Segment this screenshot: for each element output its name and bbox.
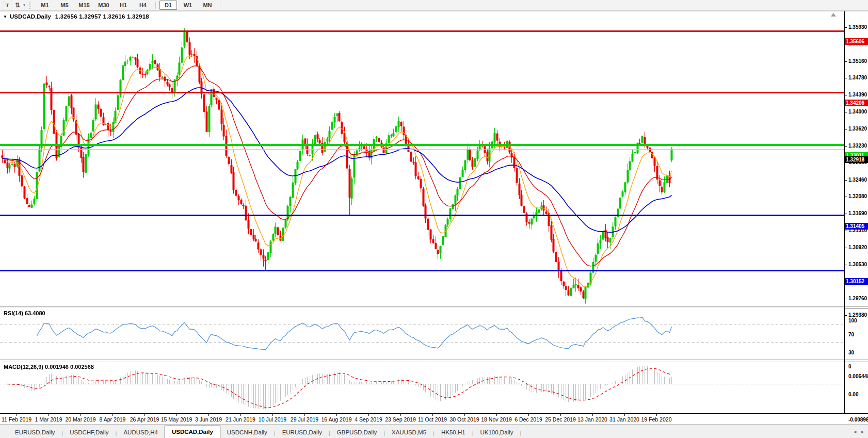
- tab-separator: |: [520, 430, 521, 436]
- price-tick-label: 1.34000: [848, 109, 868, 115]
- price-tick-mark: [845, 248, 847, 248]
- time-axis-label: 18 Nov 2019: [481, 416, 512, 423]
- time-tick-mark: [336, 414, 337, 416]
- chart-tab-xauusd-m5[interactable]: XAUUSD,M5: [385, 427, 433, 437]
- timeframe-button-m30[interactable]: M30: [95, 1, 112, 10]
- chart-tab-audusd-h4[interactable]: AUDUSD,H4: [117, 427, 164, 437]
- price-chart-canvas[interactable]: [0, 12, 844, 306]
- timeframe-button-d1[interactable]: D1: [159, 1, 177, 10]
- chart-tab-eurusd-daily[interactable]: EURUSD,Daily: [8, 427, 61, 437]
- price-axis-border: [844, 11, 845, 413]
- time-axis-label: 31 Jan 2020: [609, 416, 639, 423]
- macd-panel-canvas[interactable]: [0, 362, 844, 413]
- time-axis-label: 4 Sep 2019: [355, 416, 382, 423]
- top-toolbar: T ⇅ ▼ M1M5M15M30H1H4D1W1MN: [0, 0, 868, 11]
- time-tick-mark: [17, 414, 17, 416]
- hline-price-label: 1.31405: [845, 223, 868, 230]
- rsi-tick-label: 100: [848, 318, 857, 323]
- time-tick-mark: [81, 414, 81, 416]
- time-tick-mark: [432, 414, 433, 416]
- macd-tick-label: 0.00: [848, 392, 858, 397]
- time-tick-mark: [208, 414, 209, 416]
- time-axis-label: 23 Sep 2019: [385, 416, 416, 423]
- chart-tab-uk100-daily[interactable]: UK100,Daily: [474, 427, 520, 437]
- time-axis-label: 26 Apr 2019: [130, 416, 159, 423]
- text-tool-button[interactable]: T: [2, 1, 12, 9]
- timeframe-button-group: M1M5M15M30H1H4D1W1MN: [35, 1, 223, 10]
- time-axis-label: 29 Jul 2019: [291, 416, 318, 423]
- timeframe-button-h1[interactable]: H1: [115, 1, 132, 10]
- time-axis-label: 25 Dec 2019: [545, 416, 576, 423]
- time-axis-label: 16 Aug 2019: [322, 416, 352, 423]
- time-axis-label: 19 Feb 2020: [641, 416, 672, 423]
- time-tick-mark: [176, 414, 177, 416]
- chart-tab-eurusd-daily[interactable]: EURUSD,Daily: [276, 427, 329, 437]
- timeframe-button-mn[interactable]: MN: [199, 1, 216, 10]
- timeframe-button-m15[interactable]: M15: [75, 1, 93, 10]
- price-tick-label: 1.32080: [848, 193, 868, 199]
- hline-price-label: 1.32918: [845, 156, 868, 163]
- arrows-icon[interactable]: ⇅: [12, 1, 23, 9]
- chart-tab-gbpusd-daily[interactable]: GBPUSD,Daily: [330, 427, 383, 437]
- time-axis-label: 3 Jun 2019: [195, 416, 222, 423]
- price-tick-mark: [845, 180, 847, 181]
- toolbar-grip: [29, 2, 32, 9]
- rsi-tick-label: 30: [848, 350, 854, 355]
- toolbar-divider: [155, 2, 156, 9]
- trading-platform-window: T ⇅ ▼ M1M5M15M30H1H4D1W1MN ▼ USDCAD,Dail…: [0, 0, 868, 438]
- chart-shift-marker[interactable]: [831, 13, 836, 17]
- price-tick-mark: [845, 61, 847, 62]
- price-tick-mark: [845, 265, 847, 265]
- chart-tab-usdcad-daily[interactable]: USDCAD,Daily: [165, 426, 220, 438]
- hline-price-label: 1.30152: [845, 278, 868, 285]
- time-axis-label: 1 Mar 2019: [35, 416, 62, 423]
- price-tick-mark: [845, 112, 847, 112]
- price-tick-label: 1.34390: [848, 92, 868, 98]
- timeframe-button-h4[interactable]: H4: [134, 1, 152, 10]
- timeframe-button-m1[interactable]: M1: [36, 1, 54, 10]
- chart-window: ▼ USDCAD,Daily 1.32656 1.32957 1.32616 1…: [0, 11, 868, 425]
- time-tick-mark: [496, 414, 497, 416]
- rsi-tick-label: 0: [848, 364, 851, 369]
- time-axis-label: 13 Jan 2020: [577, 416, 607, 423]
- price-tick-mark: [845, 299, 847, 299]
- time-tick-mark: [624, 414, 625, 416]
- time-tick-mark: [656, 414, 657, 416]
- time-tick-mark: [368, 414, 369, 416]
- chart-tab-hk50-h1[interactable]: HK50,H1: [435, 427, 472, 437]
- timeframe-button-m5[interactable]: M5: [56, 1, 73, 10]
- chart-tab-usdchf-daily[interactable]: USDCHF,Daily: [63, 427, 115, 437]
- price-tick-label: 1.30920: [848, 245, 868, 250]
- time-tick-mark: [240, 414, 241, 416]
- time-axis-label: 30 Oct 2019: [449, 416, 479, 423]
- time-tick-mark: [400, 414, 401, 416]
- macd-tick-label: -0.008982: [848, 417, 868, 423]
- chevron-down-icon[interactable]: ▼: [23, 4, 26, 7]
- chart-tab-bar: EURUSD,Daily|USDCHF,Daily|AUDUSD,H4USDCA…: [0, 424, 868, 438]
- rsi-panel-canvas[interactable]: [0, 308, 844, 360]
- macd-tick-label: 0.006448: [848, 374, 868, 379]
- chart-tab-usdcnh-daily[interactable]: USDCNH,Daily: [220, 427, 274, 437]
- price-tick-label: 1.29380: [848, 312, 868, 318]
- time-axis-label: 15 May 2019: [161, 416, 192, 423]
- scroll-left-arrow[interactable]: ◄: [853, 429, 857, 434]
- time-tick-mark: [528, 414, 529, 416]
- price-tick-mark: [845, 95, 847, 95]
- text-tool-icon: T: [4, 2, 11, 9]
- price-tick-mark: [845, 231, 847, 231]
- chart-title: ▼ USDCAD,Daily 1.32656 1.32957 1.32616 1…: [3, 13, 149, 20]
- collapse-icon[interactable]: ▼: [3, 14, 7, 19]
- time-axis-label: 21 Jun 2019: [226, 416, 255, 423]
- price-tick-label: 1.33620: [848, 126, 868, 132]
- time-axis-label: 6 Dec 2019: [515, 416, 542, 423]
- time-tick-mark: [464, 414, 465, 416]
- time-tick-mark: [560, 414, 561, 416]
- time-axis-border: [0, 413, 868, 414]
- time-tick-mark: [144, 414, 145, 416]
- timeframe-button-w1[interactable]: W1: [179, 1, 197, 10]
- symbol-period-label: USDCAD,Daily: [10, 13, 51, 20]
- price-tick-mark: [845, 146, 847, 147]
- rsi-indicator-label: RSI(14) 63.4080: [4, 310, 45, 316]
- scroll-right-arrow[interactable]: ►: [860, 429, 865, 434]
- price-tick-label: 1.30530: [848, 262, 868, 267]
